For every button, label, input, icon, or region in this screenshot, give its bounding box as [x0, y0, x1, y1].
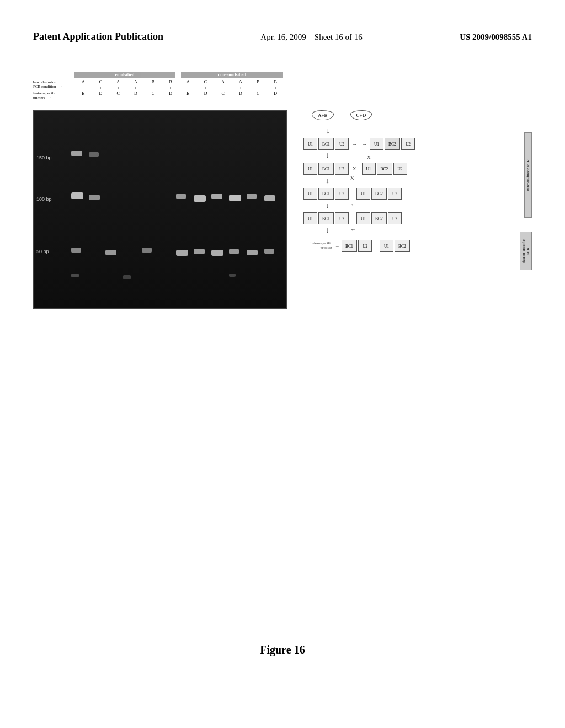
label-x-r2b: X — [350, 175, 354, 181]
box-u2-r2b: U2 — [393, 163, 407, 175]
clouds-row: A+B C+D — [312, 110, 372, 120]
band-r2c6 — [194, 195, 206, 202]
diag-row-2: U1 BC1 U2 X U1 BC2 U2 — [303, 163, 521, 175]
col-A6: A — [232, 79, 249, 84]
side-label-barcode: barcode-fusion PCR — [524, 132, 532, 218]
label-x-prime: X' — [367, 154, 371, 160]
box-u2-r3: U2 — [335, 188, 349, 200]
diagram-panel: A+B C+D ↓ U1 BC1 U2 → → U1 BC2 U2 X' ↓ — [301, 110, 532, 331]
arrow-down-2: ↓ — [326, 151, 329, 160]
emulsified-label: emulsified — [115, 72, 134, 77]
box-u1-r1: U1 — [303, 138, 317, 150]
header-date-sheet: Apr. 16, 2009 Sheet 16 of 16 — [260, 33, 363, 42]
col-labels-bot-row: B D C D C D B D C D C D — [74, 91, 284, 96]
box-u2-r2: U2 — [335, 163, 349, 175]
band-r3c3 — [105, 250, 116, 255]
col-B2: B — [162, 79, 179, 84]
box-bc1-r4: BC1 — [318, 212, 334, 224]
box-u1-r4b: U1 — [356, 212, 370, 224]
band-r3c5 — [142, 248, 152, 253]
box-u1-r5b: U1 — [380, 240, 393, 252]
diag-row-3: U1 BC1 U2 U1 BC2 U2 — [303, 188, 521, 200]
band-r3c10 — [229, 249, 239, 254]
band-r2c2 — [89, 195, 100, 200]
box-bc2-r2b: BC2 — [377, 163, 392, 175]
box-bc2-r3b: BC2 — [371, 188, 387, 200]
cloud-ab: A+B — [312, 110, 334, 120]
patent-number: US 2009/0098555 A1 — [460, 33, 532, 42]
box-u1-r3: U1 — [303, 188, 317, 200]
arrow-down-1: ↓ — [326, 126, 330, 136]
band-r3c8 — [194, 249, 205, 254]
col-labels-top-row: A C A A B B A C A A B B — [74, 79, 284, 84]
col-C2: C — [197, 79, 215, 84]
band-r3c12 — [264, 249, 274, 254]
col-A4: A — [179, 79, 197, 84]
box-bc1-r1: BC1 — [318, 138, 334, 150]
box-u1-r4: U1 — [303, 212, 317, 224]
box-u2-r4b: U2 — [388, 212, 402, 224]
box-u1-r2b: U1 — [362, 163, 376, 175]
band-smear1 — [71, 274, 79, 277]
gel-image: 150 bp 100 bp 50 bp — [33, 110, 287, 309]
side-label-fusion: fusion-specific PCR — [520, 232, 532, 270]
plus-signs-row: + + + + + + + + + + + + — [74, 85, 284, 90]
arrow-left-r3: ← — [350, 201, 356, 207]
col-B4: B — [266, 79, 284, 84]
non-emulsified-label: non-emulsified — [218, 72, 246, 77]
gel-panel-container: emulsified non-emulsified barcode-fusion… — [33, 110, 292, 342]
box-u1-r1b: U1 — [370, 138, 383, 150]
box-u2-r1: U2 — [335, 138, 349, 150]
patent-title: Patent Application Publication — [33, 30, 163, 43]
label-x-r2: X — [353, 166, 356, 172]
header: Patent Application Publication Apr. 16, … — [33, 30, 532, 43]
band-r3c7 — [176, 250, 188, 256]
box-u2-r5: U2 — [358, 240, 372, 252]
band-r3c11 — [247, 250, 258, 255]
band-smear3 — [229, 274, 236, 277]
col-A5: A — [214, 79, 232, 84]
band-r2c10 — [264, 195, 275, 201]
box-bc1-r2: BC1 — [318, 163, 334, 175]
arrow-down-3: ↓ — [326, 176, 329, 185]
band-r2c9 — [247, 194, 257, 199]
band-r2c7 — [211, 194, 222, 199]
band-r3c9 — [211, 250, 223, 256]
band-smear2 — [123, 275, 131, 279]
page: Patent Application Publication Apr. 16, … — [0, 0, 565, 728]
col-B1: B — [145, 79, 162, 84]
sheet-info: Sheet 16 of 16 — [315, 33, 363, 41]
fusion-product-label: fusion-specific product — [303, 242, 334, 250]
barcode-fusion-label: barcode-fusion PCR condition → — [33, 80, 62, 89]
box-bc1-r5: BC1 — [342, 240, 357, 252]
gel-bg — [34, 111, 286, 308]
band-r2c5 — [176, 194, 186, 199]
band-r2c8 — [229, 195, 241, 201]
diag-row-5: fusion-specific product → BC1 U2 U1 BC2 — [303, 240, 521, 252]
figure-caption: Figure 16 — [0, 644, 565, 656]
col-A3: A — [127, 79, 145, 84]
band-r2c1 — [71, 192, 83, 199]
diag-row-1: U1 BC1 U2 → → U1 BC2 U2 — [303, 138, 521, 150]
arrow-left-r4: ← — [350, 226, 356, 232]
fusion-primers-label: fusion-specific primers → — [33, 91, 56, 100]
box-u2-r4: U2 — [335, 212, 349, 224]
arrow-down-5: ↓ — [326, 226, 329, 235]
arrow-right-r1: → — [351, 141, 357, 147]
mw-100-label: 100 bp — [36, 196, 52, 202]
arrow-to-product: → — [335, 244, 339, 249]
box-u1-r3b: U1 — [356, 188, 370, 200]
emulsified-bar: emulsified — [74, 72, 175, 78]
arrow-down-4: ↓ — [326, 201, 329, 210]
box-bc2-r5b: BC2 — [395, 240, 410, 252]
box-bc2-r4b: BC2 — [371, 212, 387, 224]
band-r3c1 — [71, 248, 81, 253]
band-r1c1 — [71, 151, 82, 156]
figure-area: emulsified non-emulsified barcode-fusion… — [33, 110, 532, 342]
col-C1: C — [92, 79, 110, 84]
publication-date: Apr. 16, 2009 — [260, 33, 306, 41]
non-emulsified-bar: non-emulsified — [181, 72, 283, 78]
band-r1c2 — [89, 152, 99, 157]
box-u2-r1b: U2 — [401, 138, 415, 150]
diag-row-4: U1 BC1 U2 U1 BC2 U2 — [303, 212, 521, 224]
